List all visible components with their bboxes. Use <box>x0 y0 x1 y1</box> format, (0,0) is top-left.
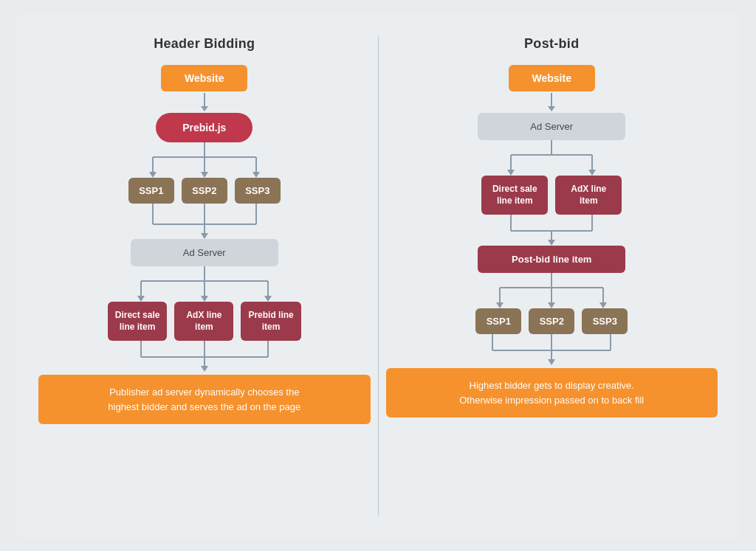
svg-marker-46 <box>599 302 607 308</box>
arrow-1 <box>201 93 208 111</box>
right-website-node: Website <box>509 65 595 91</box>
merge-to-adserver <box>116 204 293 239</box>
main-container: Header Bidding Website Prebid.js <box>16 14 740 538</box>
left-lineitems-row: Direct saleline item AdX lineitem Prebid… <box>108 302 301 342</box>
merge-to-footer-left <box>109 341 300 372</box>
svg-marker-7 <box>252 172 260 178</box>
right-ssp3: SSP3 <box>582 308 628 334</box>
left-flow: Website Prebid.js <box>38 65 371 425</box>
header-bidding-title: Header Bidding <box>154 36 255 52</box>
svg-marker-38 <box>548 240 555 246</box>
left-adserver-node: Ad Server <box>131 239 278 266</box>
svg-marker-5 <box>201 172 208 178</box>
left-adx-line: AdX lineitem <box>174 302 233 342</box>
post-bid-diagram: Post-bid Website Ad Server D <box>379 36 726 516</box>
left-ssps-row: SSP1 SSP2 SSP3 <box>128 178 281 204</box>
right-footer: Highest bidder gets to display creative.… <box>386 368 718 417</box>
right-flow: Website Ad Server Direct saleline item <box>386 65 718 418</box>
merge-to-postbid <box>463 215 640 246</box>
svg-marker-42 <box>496 302 504 308</box>
left-ssp2: SSP2 <box>182 178 227 204</box>
svg-marker-19 <box>201 296 208 302</box>
right-ssp1: SSP1 <box>475 308 521 334</box>
left-direct-sale: Direct saleline item <box>108 302 168 342</box>
svg-marker-17 <box>137 296 145 302</box>
merge-to-footer-right <box>456 334 647 365</box>
svg-marker-21 <box>264 296 272 302</box>
branch-to-ssps <box>116 142 293 178</box>
header-bidding-diagram: Header Bidding Website Prebid.js <box>31 36 378 516</box>
svg-marker-33 <box>588 170 596 176</box>
left-ssp3: SSP3 <box>235 178 281 204</box>
left-footer: Publisher ad server dynamically chooses … <box>38 375 371 424</box>
right-ssp2: SSP2 <box>529 308 574 334</box>
svg-marker-13 <box>201 233 208 239</box>
post-bid-title: Post-bid <box>524 36 579 52</box>
svg-marker-3 <box>149 172 157 178</box>
svg-marker-27 <box>201 366 208 372</box>
left-prebid-line: Prebid lineitem <box>241 302 300 342</box>
branch-to-right-ssps <box>463 273 640 308</box>
branch-to-top-lineitems <box>463 140 640 176</box>
right-direct-sale: Direct saleline item <box>481 176 548 215</box>
right-adserver-node: Ad Server <box>478 113 625 140</box>
postbid-lineitem-node: Post-bid line item <box>478 246 625 273</box>
left-website-node: Website <box>161 65 247 91</box>
right-top-lineitems-row: Direct saleline item AdX lineitem <box>481 176 622 215</box>
svg-marker-44 <box>548 302 555 308</box>
left-ssp1: SSP1 <box>128 178 174 204</box>
prebid-node: Prebid.js <box>156 113 252 142</box>
branch-to-lineitems <box>109 266 300 302</box>
arrow-r1 <box>548 93 555 111</box>
right-ssps-row: SSP1 SSP2 SSP3 <box>475 308 628 334</box>
right-adx-line: AdX lineitem <box>555 176 622 215</box>
svg-marker-52 <box>548 359 555 365</box>
svg-marker-31 <box>507 170 515 176</box>
